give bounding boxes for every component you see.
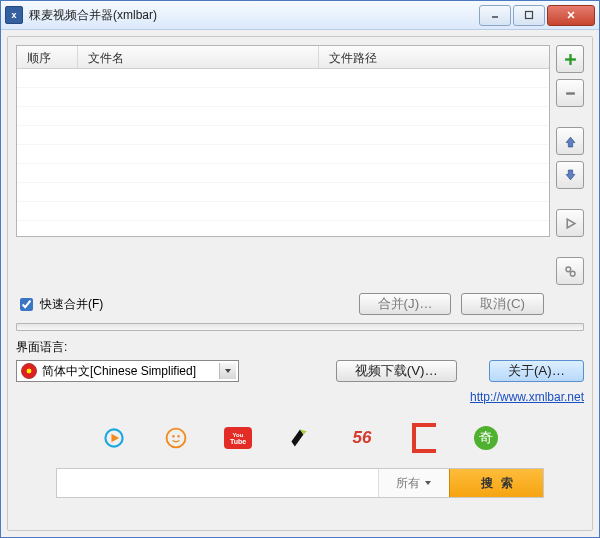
search-filter-select[interactable]: 所有 bbox=[378, 469, 449, 497]
svg-point-15 bbox=[167, 429, 186, 448]
col-order[interactable]: 顺序 bbox=[17, 46, 78, 68]
chevron-down-icon bbox=[424, 479, 432, 487]
language-select[interactable]: 简体中文[Chinese Simplified] bbox=[16, 360, 239, 382]
settings-button[interactable] bbox=[556, 257, 584, 285]
fast-merge-input[interactable] bbox=[20, 298, 33, 311]
svg-marker-8 bbox=[566, 170, 575, 180]
app-icon: x bbox=[5, 6, 23, 24]
language-label: 界面语言: bbox=[16, 339, 584, 356]
flag-icon bbox=[21, 363, 37, 379]
svg-marker-7 bbox=[566, 137, 575, 147]
search-bar: 所有 搜索 bbox=[56, 468, 544, 498]
file-list[interactable]: 顺序 文件名 文件路径 bbox=[16, 45, 550, 237]
cancel-button[interactable]: 取消(C) bbox=[461, 293, 544, 315]
search-button[interactable]: 搜索 bbox=[449, 469, 543, 497]
svg-point-17 bbox=[177, 435, 179, 437]
file-list-row: 顺序 文件名 文件路径 bbox=[16, 45, 584, 285]
search-filter-label: 所有 bbox=[396, 475, 420, 492]
titlebar: x 稞麦视频合并器(xmlbar) bbox=[1, 1, 599, 30]
site-logo-1[interactable] bbox=[100, 426, 128, 450]
website-link[interactable]: http://www.xmlbar.net bbox=[470, 390, 584, 404]
youtube-logo[interactable]: You Tube bbox=[224, 426, 252, 450]
close-button[interactable] bbox=[547, 5, 595, 26]
col-filename[interactable]: 文件名 bbox=[78, 46, 319, 68]
site-logo-c[interactable] bbox=[410, 426, 438, 450]
search-input[interactable] bbox=[57, 469, 378, 497]
svg-point-11 bbox=[570, 271, 575, 276]
side-button-bar bbox=[556, 45, 584, 285]
num56-text: 56 bbox=[353, 428, 372, 448]
list-body[interactable] bbox=[17, 69, 549, 235]
svg-marker-18 bbox=[291, 429, 303, 446]
col-filepath[interactable]: 文件路径 bbox=[319, 46, 549, 68]
svg-point-10 bbox=[565, 266, 570, 271]
play-button[interactable] bbox=[556, 209, 584, 237]
fast-merge-checkbox[interactable]: 快速合并(F) bbox=[16, 295, 103, 314]
site-logos-row: You Tube 56 奇 bbox=[16, 412, 584, 460]
maximize-button[interactable] bbox=[513, 5, 545, 26]
site-logo-2[interactable] bbox=[162, 426, 190, 450]
yt-bottom: Tube bbox=[230, 438, 246, 445]
fast-merge-label: 快速合并(F) bbox=[40, 296, 103, 313]
svg-marker-9 bbox=[567, 219, 575, 228]
website-link-row: http://www.xmlbar.net bbox=[16, 390, 584, 404]
chevron-down-icon bbox=[219, 363, 236, 379]
svg-marker-20 bbox=[425, 481, 431, 485]
svg-rect-1 bbox=[526, 12, 533, 19]
qi-text: 奇 bbox=[474, 426, 498, 450]
app-window: x 稞麦视频合并器(xmlbar) 顺序 文件名 文件路径 bbox=[0, 0, 600, 538]
language-selected: 简体中文[Chinese Simplified] bbox=[42, 363, 214, 380]
separator-bar bbox=[16, 323, 584, 331]
svg-point-16 bbox=[172, 435, 174, 437]
svg-marker-12 bbox=[225, 369, 231, 373]
merge-button[interactable]: 合并(J)… bbox=[359, 293, 452, 315]
remove-button[interactable] bbox=[556, 79, 584, 107]
add-button[interactable] bbox=[556, 45, 584, 73]
svg-marker-14 bbox=[111, 434, 119, 443]
window-title: 稞麦视频合并器(xmlbar) bbox=[29, 7, 477, 24]
site-logo-4[interactable] bbox=[286, 426, 314, 450]
about-button[interactable]: 关于(A)… bbox=[489, 360, 584, 382]
move-up-button[interactable] bbox=[556, 127, 584, 155]
merge-controls-row: 快速合并(F) 合并(J)… 取消(C) bbox=[16, 293, 584, 315]
list-header: 顺序 文件名 文件路径 bbox=[17, 46, 549, 69]
move-down-button[interactable] bbox=[556, 161, 584, 189]
window-controls bbox=[477, 5, 595, 26]
video-download-button[interactable]: 视频下载(V)… bbox=[336, 360, 457, 382]
site-logo-qi[interactable]: 奇 bbox=[472, 426, 500, 450]
client-area: 顺序 文件名 文件路径 bbox=[7, 36, 593, 531]
site-logo-56[interactable]: 56 bbox=[348, 426, 376, 450]
language-section: 界面语言: 简体中文[Chinese Simplified] 视频下载(V)… … bbox=[16, 339, 584, 382]
minimize-button[interactable] bbox=[479, 5, 511, 26]
letter-c-icon bbox=[412, 423, 436, 453]
